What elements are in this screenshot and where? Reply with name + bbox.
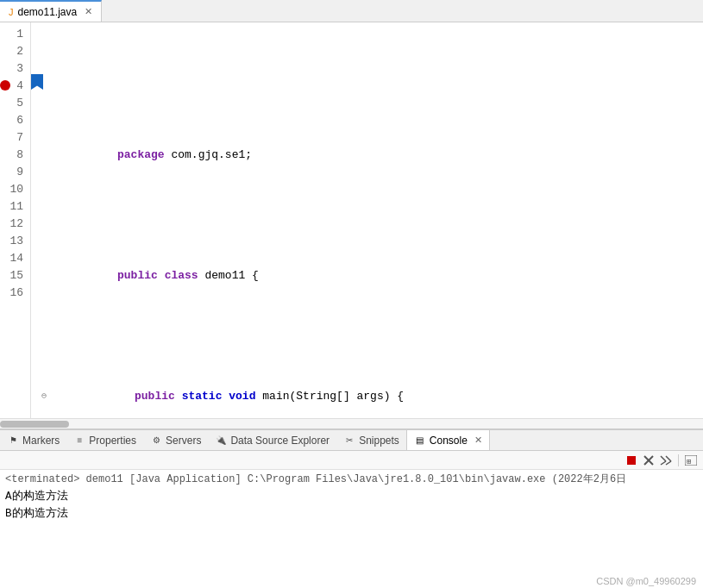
tab-properties[interactable]: ≡ Properties [66,430,143,450]
svg-line-5 [666,456,671,461]
tab-console[interactable]: ▤ Console ✕ [406,430,490,450]
ln-15: 15 [0,267,30,285]
remove-all-button[interactable] [659,454,673,467]
svg-line-4 [661,461,666,465]
console-close[interactable]: ✕ [474,435,482,446]
console-label: Console [430,435,468,447]
code-text-1: package com.gjq.se1; [50,129,703,181]
ln-4: 4 [0,78,30,95]
datasource-icon: 🔌 [215,435,227,447]
code-text-3: public static void main(String[] args) { [50,371,703,418]
console-line-2: B的构造方法 [5,505,698,522]
new-console-button[interactable]: ⊞ [684,454,698,467]
ln-11: 11 [0,198,30,216]
console-line-1: A的构造方法 [5,488,698,505]
bookmark-icon [31,74,43,90]
panel-tab-bar: ⚑ Markers ≡ Properties ⚙ Servers 🔌 Data … [0,430,703,451]
datasource-label: Data Source Explorer [230,435,330,447]
ln-1: 1 [0,26,30,43]
snippets-label: Snippets [359,435,399,447]
ln-9: 9 [0,164,30,181]
ln-14: 14 [0,250,30,267]
tab-snippets[interactable]: ✂ Snippets [336,430,406,450]
svg-rect-0 [627,456,636,465]
ln-3: 3 [0,60,30,78]
svg-line-6 [666,461,671,465]
bottom-panel: ⚑ Markers ≡ Properties ⚙ Servers 🔌 Data … [0,428,703,588]
ln-13: 13 [0,233,30,250]
code-line-2: public class demo11 { [38,250,703,302]
tab-label: demo11.java [18,6,78,18]
tab-datasource[interactable]: 🔌 Data Source Explorer [208,430,336,450]
properties-icon: ≡ [73,435,85,447]
servers-label: Servers [166,435,201,447]
code-content[interactable]: package com.gjq.se1; public class demo11… [31,22,703,418]
toolbar-divider [678,454,679,466]
snippets-icon: ✂ [343,435,355,447]
collapse-3[interactable]: ⊖ [41,388,47,405]
code-line-1: package com.gjq.se1; [38,129,703,181]
scrollbar-thumb[interactable] [0,421,69,428]
code-editor: 1 2 3 4 5 6 7 8 9 10 11 12 13 14 15 16 [0,22,703,428]
tab-servers[interactable]: ⚙ Servers [143,430,208,450]
file-icon: J [9,7,14,17]
console-header: <terminated> demo11 [Java Application] C… [5,472,698,486]
svg-line-3 [661,456,666,461]
watermark: CSDN @m0_49960299 [0,574,703,588]
ln-6: 6 [0,112,30,129]
ln-12: 12 [0,216,30,233]
markers-label: Markers [22,435,60,447]
console-icon: ▤ [414,435,426,447]
ln-7: 7 [0,129,30,147]
svg-text:⊞: ⊞ [687,458,691,466]
ln-8: 8 [0,147,30,164]
properties-label: Properties [89,435,136,447]
close-console-button[interactable] [642,454,656,467]
console-output[interactable]: <terminated> demo11 [Java Application] C… [0,470,703,574]
code-line-3: ⊖ public static void main(String[] args)… [38,371,703,418]
editor-content[interactable]: 1 2 3 4 5 6 7 8 9 10 11 12 13 14 15 16 [0,22,703,418]
ln-16: 16 [0,285,30,302]
ln-2: 2 [0,43,30,60]
ln-5: 5 [0,95,30,112]
file-tab[interactable]: J demo11.java ✕ [0,0,102,22]
stop-button[interactable] [625,454,638,467]
horizontal-scrollbar[interactable] [0,418,703,428]
tab-bar: J demo11.java ✕ [0,0,703,22]
tab-markers[interactable]: ⚑ Markers [0,430,66,450]
markers-icon: ⚑ [7,435,19,447]
ln-10: 10 [0,181,30,198]
marker-3: ⊖ [38,388,50,405]
servers-icon: ⚙ [150,435,162,447]
line-numbers: 1 2 3 4 5 6 7 8 9 10 11 12 13 14 15 16 [0,22,31,418]
console-toolbar: ⊞ [0,451,703,470]
code-text-2: public class demo11 { [50,250,703,302]
tab-close[interactable]: ✕ [85,6,92,17]
